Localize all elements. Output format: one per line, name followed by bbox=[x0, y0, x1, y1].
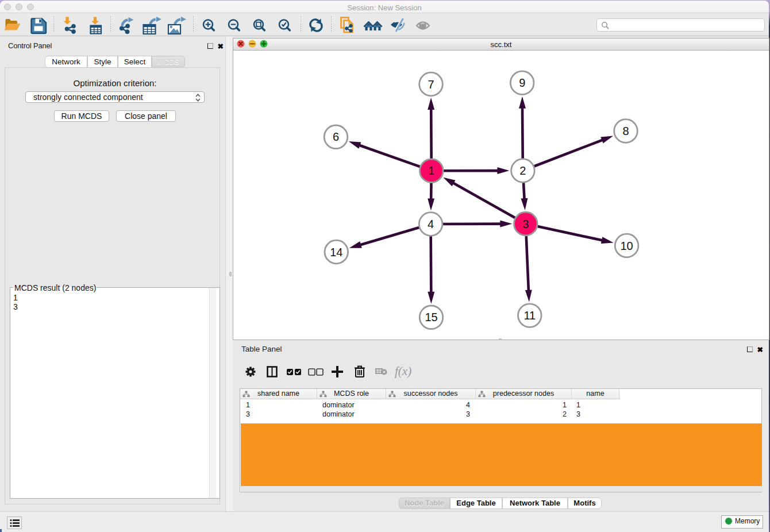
svg-text:6: 6 bbox=[333, 130, 339, 143]
svg-text:3: 3 bbox=[522, 218, 529, 230]
svg-text:4: 4 bbox=[428, 218, 434, 230]
svg-text:15: 15 bbox=[425, 311, 437, 323]
svg-text:11: 11 bbox=[523, 309, 536, 322]
svg-text:8: 8 bbox=[622, 125, 629, 137]
svg-text:9: 9 bbox=[519, 76, 525, 89]
svg-text:7: 7 bbox=[428, 78, 434, 91]
svg-text:2: 2 bbox=[519, 164, 526, 177]
svg-text:10: 10 bbox=[620, 240, 633, 252]
svg-text:14: 14 bbox=[330, 246, 342, 259]
svg-text:1: 1 bbox=[428, 164, 434, 177]
